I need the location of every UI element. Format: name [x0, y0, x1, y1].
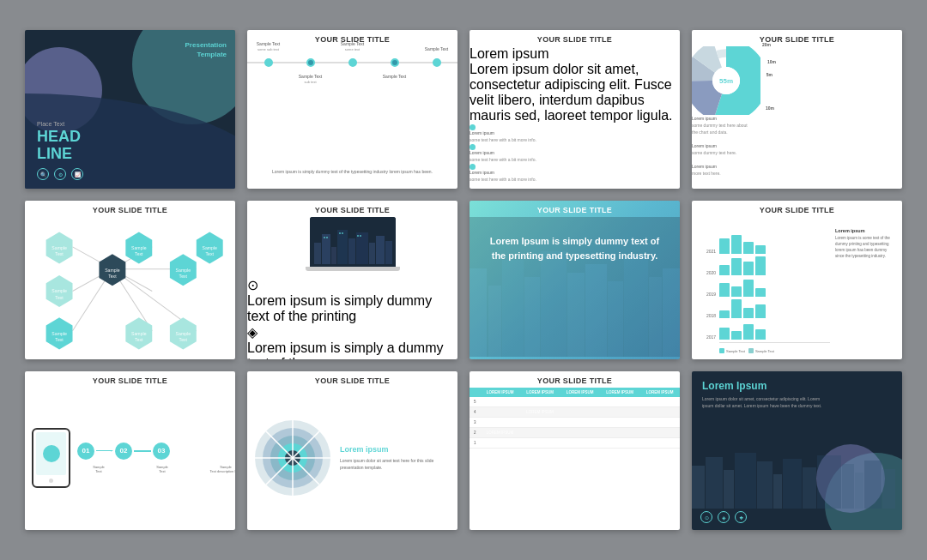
- slide-4-title: YOUR SLIDE TITLE: [692, 30, 902, 46]
- svg-text:Sample: Sample: [52, 245, 67, 250]
- chart-baseline: [719, 342, 830, 343]
- cell: [600, 428, 640, 438]
- table-row: 5: [470, 397, 680, 407]
- svg-rect-83: [773, 474, 782, 509]
- bar-seg: [755, 329, 766, 340]
- slide-12[interactable]: Lorem Ipsum Lorem ipsum dolor sit amet, …: [692, 371, 902, 530]
- cell: [639, 438, 680, 449]
- step-arrow-1: [96, 450, 113, 452]
- steps-row: 01 02 03: [77, 443, 235, 460]
- slide-6[interactable]: YOUR SLIDE TITLE: [247, 201, 457, 359]
- svg-text:Sample: Sample: [52, 331, 67, 336]
- slide-8[interactable]: YOUR SLIDE TITLE 2021 2020: [692, 201, 902, 359]
- slide-10-content: Lorem ipsum Lorem ipsum dolor sit amet t…: [247, 388, 457, 527]
- tl-item-2: Sample Textsub text: [306, 58, 315, 67]
- col-header-4: LOREM IPSUM: [600, 388, 640, 397]
- svg-rect-79: [706, 457, 723, 509]
- svg-rect-80: [724, 470, 734, 509]
- icon-desc-2: Lorem ipsum is simply a dummy text of th…: [247, 340, 457, 359]
- icon-2: ◈: [247, 324, 457, 340]
- svg-text:Text: Text: [55, 295, 64, 300]
- step-arrow-2: [134, 450, 151, 452]
- svg-rect-56: [360, 235, 361, 237]
- step-num-2: 02: [115, 443, 132, 460]
- slide-12-lorem-text: Lorem ipsum dolor sit amet, consectetur …: [702, 395, 822, 409]
- slide-2[interactable]: YOUR SLIDE TITLE Sample Textsome sub tex…: [247, 30, 457, 189]
- slide-12-bottom-icons: ⊙ ◈ ❖: [700, 511, 894, 523]
- bar-seg: [719, 310, 730, 318]
- slide-9[interactable]: YOUR SLIDE TITLE 01 02: [25, 371, 235, 530]
- svg-rect-59: [488, 286, 501, 357]
- cell: [520, 428, 560, 438]
- slide-7[interactable]: YOUR SLIDE TITLE Lorem Ipsum is simply d…: [470, 201, 680, 359]
- bar-row-2018: 2018: [699, 299, 830, 318]
- bar-seg: [731, 299, 742, 318]
- slide-6-title: YOUR SLIDE TITLE: [247, 201, 457, 217]
- pie-chart: 55m 20m 10m 5m 10m: [692, 46, 760, 115]
- col-header-3: LOREM IPSUM: [560, 388, 600, 397]
- slide-2-content: Sample Textsome sub text Sample Textsub …: [247, 62, 457, 175]
- tl-item-5: Sample Text: [433, 58, 441, 67]
- svg-rect-53: [339, 232, 341, 234]
- slide-8-lorem: Lorem ipsum Lorem ipsum is some text of …: [835, 220, 895, 353]
- slide-9-content: 01 02 03 SampleText SampleText: [25, 388, 235, 527]
- svg-rect-47: [356, 232, 368, 264]
- step-3: 03: [153, 443, 170, 460]
- slide-3-right: Lorem ipsumsome text here with a bit mor…: [470, 124, 680, 183]
- svg-rect-49: [376, 236, 385, 264]
- slide-1[interactable]: Presentation Template Place Text HEAD LI…: [25, 30, 235, 189]
- svg-rect-52: [326, 237, 328, 238]
- cover-content: Place Text HEAD LINE 🔍 ⚙ 📈: [25, 111, 235, 189]
- tl-dot-5: [433, 58, 441, 67]
- slide-12-content: Lorem Ipsum Lorem ipsum dolor sit amet, …: [692, 371, 902, 418]
- timeline-container: Sample Textsome sub text Sample Textsub …: [247, 62, 457, 122]
- slide-4[interactable]: YOUR SLIDE TITLE 55m 20m: [692, 30, 902, 189]
- bar-seg: [719, 328, 730, 340]
- svg-rect-63: [567, 273, 585, 357]
- presentation-label: Presentation Template: [185, 40, 227, 59]
- circle-text-area: Lorem ipsum Lorem ipsum dolor sit amet t…: [340, 445, 451, 471]
- slide-3[interactable]: YOUR SLIDE TITLE Lorem ipsum Lorem ipsum…: [470, 30, 680, 189]
- bar-row-2021: 2021: [699, 235, 830, 254]
- svg-text:Sample: Sample: [203, 245, 218, 250]
- slide-grid: Presentation Template Place Text HEAD LI…: [8, 13, 919, 547]
- slide-2-lorem: Lorem ipsum is simply dummy text of the …: [247, 169, 457, 175]
- cell: [600, 407, 640, 418]
- bullet-2: Lorem ipsumsome text here with a bit mor…: [470, 144, 680, 163]
- circle-diagram: [254, 419, 331, 497]
- laptop-screen: [310, 217, 396, 267]
- step-2: 02: [115, 443, 132, 460]
- row-num-5: 5: [470, 397, 480, 407]
- table-row: 4 LOREM IPSUM: [470, 407, 680, 418]
- gear-icon: ⚙: [54, 168, 66, 180]
- tl-dot-4: [391, 58, 399, 67]
- pie-label-10m-bot: 10m: [766, 105, 774, 111]
- svg-rect-67: [649, 277, 662, 357]
- slide-7-main-text: Lorem Ipsum is simply dummy text of the …: [470, 217, 680, 280]
- step-1: 01: [77, 443, 94, 460]
- svg-text:Text: Text: [108, 274, 117, 279]
- slide-4-content: 55m 20m 10m 5m 10m Lorem ipsum some dumm…: [692, 46, 902, 177]
- cell: [520, 438, 560, 449]
- slide-10-title: YOUR SLIDE TITLE: [247, 371, 457, 388]
- slide-5[interactable]: YOUR SLIDE TITLE Sample Text Sample Tex: [25, 201, 235, 359]
- slide-10[interactable]: YOUR SLIDE TITLE Lorem ipsu: [247, 371, 457, 530]
- slide-12-title-text: Lorem Ipsum: [702, 380, 892, 392]
- bar-row-2019: 2019: [699, 278, 830, 297]
- slide-11[interactable]: YOUR SLIDE TITLE LOREM IPSUM LOREM IPSUM…: [470, 371, 680, 530]
- slide-5-title: YOUR SLIDE TITLE: [25, 201, 235, 217]
- svg-rect-65: [608, 281, 623, 357]
- cell: [639, 418, 680, 428]
- svg-rect-68: [663, 268, 680, 357]
- bottom-icon-3: ❖: [735, 511, 747, 523]
- step-2-label: SampleText: [141, 465, 184, 473]
- bar-seg: [743, 308, 754, 318]
- cell: [600, 418, 640, 428]
- bullet-3: Lorem ipsumsome text here with a bit mor…: [470, 164, 680, 183]
- cell: [600, 438, 640, 449]
- slide-12-icon-row: ⊙ ◈ ❖: [700, 511, 747, 523]
- row-num-3: 3: [470, 418, 480, 428]
- cell-highlight: LOREM IPSUM: [480, 428, 520, 438]
- slide-9-title: YOUR SLIDE TITLE: [25, 371, 235, 388]
- tl-item-3: Sample Textsome text: [348, 58, 357, 67]
